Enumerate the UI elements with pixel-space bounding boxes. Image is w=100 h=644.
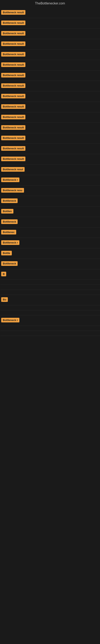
bottleneck-badge[interactable]: Bottleneck result <box>1 31 25 36</box>
list-item: Bottleneck result <box>0 8 100 18</box>
list-item: Bottleneck result <box>0 50 100 60</box>
list-item: Bottleneck result <box>0 28 100 39</box>
bottleneck-badge[interactable]: Bottle <box>1 251 12 256</box>
list-item: B <box>0 269 100 280</box>
bottleneck-badge[interactable]: Bottleneck result <box>1 62 25 67</box>
bottleneck-badge[interactable]: Bo <box>1 297 8 302</box>
bottleneck-badge[interactable]: Bottleneck result <box>1 73 25 78</box>
bottleneck-badge[interactable]: Bottleneck r <box>1 240 19 245</box>
bottleneck-badge[interactable]: Bottleneck result <box>1 125 25 130</box>
list-item: Bottle <box>0 248 100 259</box>
list-item: Bottleneck <box>0 217 100 228</box>
bottleneck-badge[interactable]: Bottleneck result <box>1 20 25 25</box>
list-item: Bottlen <box>0 206 100 217</box>
bottleneck-badge[interactable]: B <box>1 272 6 276</box>
list-item: Bottleneck result <box>0 81 100 91</box>
list-item: Bottleneck r <box>0 175 100 186</box>
bottleneck-badge[interactable]: Bottleneck r <box>1 178 19 182</box>
bottleneck-badge[interactable]: Bottleneck result <box>1 94 25 98</box>
list-item <box>0 331 100 336</box>
list-item <box>0 310 100 315</box>
bottleneck-badge[interactable]: Bottleneck result <box>1 146 25 151</box>
list-item: Bottleneck result <box>0 123 100 133</box>
bottleneck-badge[interactable]: Bottleneck result <box>1 136 25 140</box>
bottleneck-badge[interactable]: Bottleneck result <box>1 115 25 119</box>
list-item: Bottlenec <box>0 228 100 238</box>
list-item: Bottleneck result <box>0 144 100 154</box>
list-item: Bottleneck resul <box>0 164 100 175</box>
bottleneck-badge[interactable]: Bottleneck result <box>1 42 25 46</box>
bottleneck-badge[interactable]: Bottleneck result <box>1 52 25 56</box>
site-title: TheBottlenecker.com <box>0 0 100 8</box>
list-item <box>0 285 100 290</box>
list-item: Bottleneck result <box>0 18 100 28</box>
list-item: Bo <box>0 295 100 305</box>
bottleneck-badge[interactable]: Bottleneck <box>1 198 18 203</box>
bottleneck-badge[interactable]: Bottleneck <box>1 261 18 266</box>
list-item: Bottleneck result <box>0 112 100 123</box>
list-item: Bottleneck result <box>0 102 100 112</box>
list-item <box>0 326 100 331</box>
list-item: Bottleneck r <box>0 238 100 248</box>
list-item: Bottleneck result <box>0 154 100 164</box>
list-item: Bottleneck result <box>0 60 100 70</box>
bottleneck-list: Bottleneck resultBottleneck resultBottle… <box>0 8 100 336</box>
list-item <box>0 280 100 285</box>
list-item: Bottleneck resu <box>0 186 100 196</box>
bottleneck-badge[interactable]: Bottleneck result <box>1 156 25 161</box>
bottleneck-badge[interactable]: Bottleneck result <box>1 83 25 88</box>
bottleneck-badge[interactable]: Bottleneck result <box>1 10 25 15</box>
bottleneck-badge[interactable]: Bottleneck <box>1 219 18 224</box>
list-item: Bottleneck result <box>0 39 100 50</box>
bottleneck-badge[interactable]: Bottleneck resul <box>1 167 25 172</box>
bottleneck-badge[interactable]: Bottleneck resu <box>1 188 24 192</box>
list-item: Bottleneck result <box>0 70 100 81</box>
bottleneck-badge[interactable]: Bottlen <box>1 209 13 214</box>
bottleneck-badge[interactable]: Bottleneck result <box>1 104 25 109</box>
bottleneck-badge[interactable]: Bottleneck r <box>1 318 19 322</box>
list-item: Bottleneck result <box>0 133 100 144</box>
site-title-container: TheBottlenecker.com <box>0 0 100 8</box>
list-item: Bottleneck <box>0 259 100 269</box>
list-item <box>0 290 100 295</box>
list-item: Bottleneck <box>0 196 100 206</box>
list-item <box>0 305 100 310</box>
bottleneck-badge[interactable]: Bottlenec <box>1 230 16 234</box>
list-item: Bottleneck result <box>0 91 100 102</box>
list-item: Bottleneck r <box>0 315 100 326</box>
